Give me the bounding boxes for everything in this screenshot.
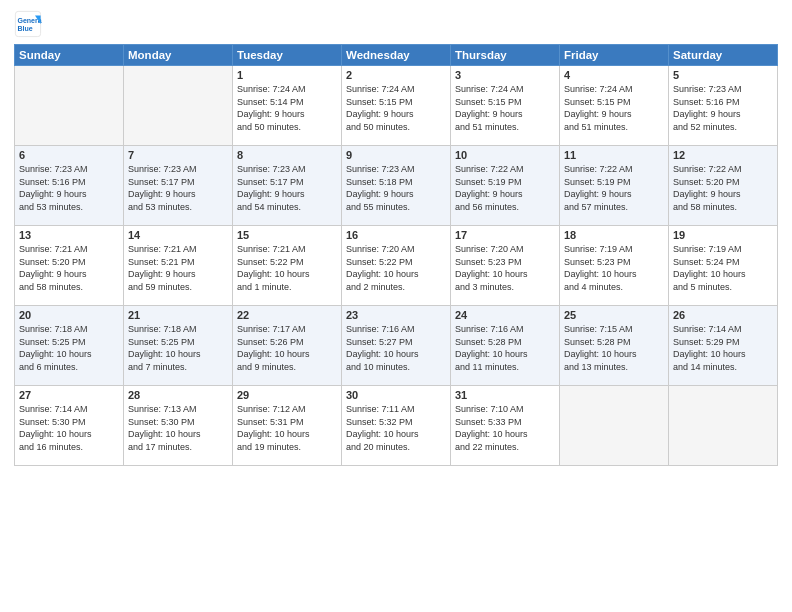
calendar-day-cell: 3Sunrise: 7:24 AM Sunset: 5:15 PM Daylig…: [451, 66, 560, 146]
calendar-week-row: 1Sunrise: 7:24 AM Sunset: 5:14 PM Daylig…: [15, 66, 778, 146]
calendar-day-cell: 22Sunrise: 7:17 AM Sunset: 5:26 PM Dayli…: [233, 306, 342, 386]
day-number: 10: [455, 149, 555, 161]
day-number: 12: [673, 149, 773, 161]
calendar-day-cell: 25Sunrise: 7:15 AM Sunset: 5:28 PM Dayli…: [560, 306, 669, 386]
day-info: Sunrise: 7:24 AM Sunset: 5:15 PM Dayligh…: [455, 83, 555, 133]
day-number: 28: [128, 389, 228, 401]
day-info: Sunrise: 7:22 AM Sunset: 5:19 PM Dayligh…: [455, 163, 555, 213]
day-info: Sunrise: 7:11 AM Sunset: 5:32 PM Dayligh…: [346, 403, 446, 453]
day-number: 18: [564, 229, 664, 241]
day-number: 30: [346, 389, 446, 401]
day-number: 19: [673, 229, 773, 241]
calendar-day-cell: 21Sunrise: 7:18 AM Sunset: 5:25 PM Dayli…: [124, 306, 233, 386]
calendar-day-cell: 18Sunrise: 7:19 AM Sunset: 5:23 PM Dayli…: [560, 226, 669, 306]
calendar-day-cell: 11Sunrise: 7:22 AM Sunset: 5:19 PM Dayli…: [560, 146, 669, 226]
day-info: Sunrise: 7:15 AM Sunset: 5:28 PM Dayligh…: [564, 323, 664, 373]
day-info: Sunrise: 7:23 AM Sunset: 5:16 PM Dayligh…: [673, 83, 773, 133]
calendar-week-row: 6Sunrise: 7:23 AM Sunset: 5:16 PM Daylig…: [15, 146, 778, 226]
calendar-day-cell: 23Sunrise: 7:16 AM Sunset: 5:27 PM Dayli…: [342, 306, 451, 386]
day-info: Sunrise: 7:17 AM Sunset: 5:26 PM Dayligh…: [237, 323, 337, 373]
calendar-day-cell: 30Sunrise: 7:11 AM Sunset: 5:32 PM Dayli…: [342, 386, 451, 466]
day-info: Sunrise: 7:22 AM Sunset: 5:19 PM Dayligh…: [564, 163, 664, 213]
weekday-header-thursday: Thursday: [451, 45, 560, 66]
calendar-day-cell: 2Sunrise: 7:24 AM Sunset: 5:15 PM Daylig…: [342, 66, 451, 146]
calendar-day-cell: 19Sunrise: 7:19 AM Sunset: 5:24 PM Dayli…: [669, 226, 778, 306]
calendar-day-cell: 20Sunrise: 7:18 AM Sunset: 5:25 PM Dayli…: [15, 306, 124, 386]
day-number: 14: [128, 229, 228, 241]
calendar-day-cell: 8Sunrise: 7:23 AM Sunset: 5:17 PM Daylig…: [233, 146, 342, 226]
day-number: 5: [673, 69, 773, 81]
day-info: Sunrise: 7:24 AM Sunset: 5:14 PM Dayligh…: [237, 83, 337, 133]
calendar-day-cell: 10Sunrise: 7:22 AM Sunset: 5:19 PM Dayli…: [451, 146, 560, 226]
weekday-header-wednesday: Wednesday: [342, 45, 451, 66]
weekday-header-tuesday: Tuesday: [233, 45, 342, 66]
calendar-day-cell: 24Sunrise: 7:16 AM Sunset: 5:28 PM Dayli…: [451, 306, 560, 386]
calendar-day-cell: 1Sunrise: 7:24 AM Sunset: 5:14 PM Daylig…: [233, 66, 342, 146]
day-info: Sunrise: 7:19 AM Sunset: 5:23 PM Dayligh…: [564, 243, 664, 293]
calendar-day-cell: 28Sunrise: 7:13 AM Sunset: 5:30 PM Dayli…: [124, 386, 233, 466]
day-number: 7: [128, 149, 228, 161]
day-number: 25: [564, 309, 664, 321]
calendar-day-cell: 9Sunrise: 7:23 AM Sunset: 5:18 PM Daylig…: [342, 146, 451, 226]
day-number: 2: [346, 69, 446, 81]
day-info: Sunrise: 7:23 AM Sunset: 5:18 PM Dayligh…: [346, 163, 446, 213]
day-number: 8: [237, 149, 337, 161]
calendar-day-cell: 26Sunrise: 7:14 AM Sunset: 5:29 PM Dayli…: [669, 306, 778, 386]
calendar-day-cell: [669, 386, 778, 466]
svg-text:Blue: Blue: [18, 25, 33, 32]
calendar-week-row: 27Sunrise: 7:14 AM Sunset: 5:30 PM Dayli…: [15, 386, 778, 466]
calendar-day-cell: [560, 386, 669, 466]
day-info: Sunrise: 7:18 AM Sunset: 5:25 PM Dayligh…: [19, 323, 119, 373]
day-info: Sunrise: 7:24 AM Sunset: 5:15 PM Dayligh…: [564, 83, 664, 133]
calendar-day-cell: 13Sunrise: 7:21 AM Sunset: 5:20 PM Dayli…: [15, 226, 124, 306]
day-info: Sunrise: 7:19 AM Sunset: 5:24 PM Dayligh…: [673, 243, 773, 293]
day-number: 26: [673, 309, 773, 321]
calendar-day-cell: 14Sunrise: 7:21 AM Sunset: 5:21 PM Dayli…: [124, 226, 233, 306]
weekday-header-sunday: Sunday: [15, 45, 124, 66]
calendar-day-cell: 6Sunrise: 7:23 AM Sunset: 5:16 PM Daylig…: [15, 146, 124, 226]
calendar-day-cell: 17Sunrise: 7:20 AM Sunset: 5:23 PM Dayli…: [451, 226, 560, 306]
calendar-day-cell: 4Sunrise: 7:24 AM Sunset: 5:15 PM Daylig…: [560, 66, 669, 146]
day-info: Sunrise: 7:20 AM Sunset: 5:23 PM Dayligh…: [455, 243, 555, 293]
day-number: 15: [237, 229, 337, 241]
day-number: 23: [346, 309, 446, 321]
day-number: 6: [19, 149, 119, 161]
calendar-day-cell: 15Sunrise: 7:21 AM Sunset: 5:22 PM Dayli…: [233, 226, 342, 306]
calendar-week-row: 20Sunrise: 7:18 AM Sunset: 5:25 PM Dayli…: [15, 306, 778, 386]
calendar-container: General Blue SundayMondayTuesdayWednesda…: [0, 0, 792, 612]
day-number: 21: [128, 309, 228, 321]
day-number: 29: [237, 389, 337, 401]
calendar-day-cell: 27Sunrise: 7:14 AM Sunset: 5:30 PM Dayli…: [15, 386, 124, 466]
day-info: Sunrise: 7:23 AM Sunset: 5:16 PM Dayligh…: [19, 163, 119, 213]
day-info: Sunrise: 7:18 AM Sunset: 5:25 PM Dayligh…: [128, 323, 228, 373]
logo: General Blue: [14, 10, 46, 38]
calendar-day-cell: 5Sunrise: 7:23 AM Sunset: 5:16 PM Daylig…: [669, 66, 778, 146]
calendar-week-row: 13Sunrise: 7:21 AM Sunset: 5:20 PM Dayli…: [15, 226, 778, 306]
weekday-header-row: SundayMondayTuesdayWednesdayThursdayFrid…: [15, 45, 778, 66]
weekday-header-saturday: Saturday: [669, 45, 778, 66]
day-number: 3: [455, 69, 555, 81]
calendar-day-cell: 7Sunrise: 7:23 AM Sunset: 5:17 PM Daylig…: [124, 146, 233, 226]
calendar-day-cell: [15, 66, 124, 146]
day-info: Sunrise: 7:23 AM Sunset: 5:17 PM Dayligh…: [128, 163, 228, 213]
day-info: Sunrise: 7:22 AM Sunset: 5:20 PM Dayligh…: [673, 163, 773, 213]
day-info: Sunrise: 7:14 AM Sunset: 5:30 PM Dayligh…: [19, 403, 119, 453]
calendar-day-cell: 31Sunrise: 7:10 AM Sunset: 5:33 PM Dayli…: [451, 386, 560, 466]
day-number: 27: [19, 389, 119, 401]
day-info: Sunrise: 7:24 AM Sunset: 5:15 PM Dayligh…: [346, 83, 446, 133]
day-info: Sunrise: 7:21 AM Sunset: 5:20 PM Dayligh…: [19, 243, 119, 293]
day-info: Sunrise: 7:21 AM Sunset: 5:22 PM Dayligh…: [237, 243, 337, 293]
weekday-header-monday: Monday: [124, 45, 233, 66]
svg-rect-0: [15, 11, 40, 36]
day-number: 24: [455, 309, 555, 321]
day-number: 17: [455, 229, 555, 241]
calendar-day-cell: 16Sunrise: 7:20 AM Sunset: 5:22 PM Dayli…: [342, 226, 451, 306]
day-number: 1: [237, 69, 337, 81]
logo-icon: General Blue: [14, 10, 42, 38]
day-info: Sunrise: 7:20 AM Sunset: 5:22 PM Dayligh…: [346, 243, 446, 293]
calendar-day-cell: [124, 66, 233, 146]
day-number: 31: [455, 389, 555, 401]
calendar-day-cell: 29Sunrise: 7:12 AM Sunset: 5:31 PM Dayli…: [233, 386, 342, 466]
day-number: 9: [346, 149, 446, 161]
day-number: 20: [19, 309, 119, 321]
